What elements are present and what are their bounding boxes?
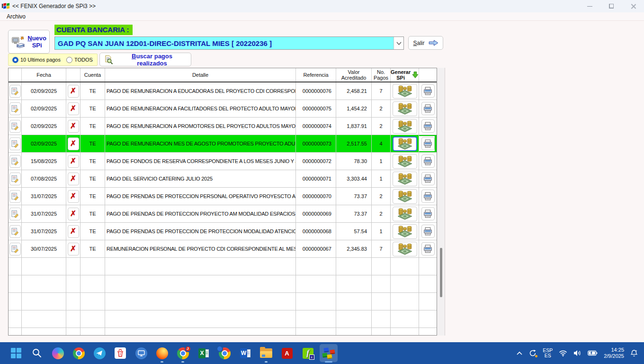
battery-button[interactable] [586,349,599,357]
empty-cell [22,328,66,336]
salir-button[interactable]: Salir [408,36,443,50]
volume-button[interactable] [572,348,583,358]
edit-row-button[interactable] [9,208,21,220]
print-row-button[interactable] [421,172,435,185]
print-row-button[interactable] [421,84,435,98]
delete-row-button[interactable]: ✗ [68,102,79,115]
taskbar-word-button[interactable]: W [235,342,256,364]
cuenta-cell: TE [80,223,105,240]
payments-table: Fecha Cuenta Detalle Referencia ValorAcr… [8,68,437,336]
empty-cell [9,293,22,310]
radio-ultimos-pagos[interactable]: 10 Ultimos pagos [12,57,61,63]
cuenta-bancaria-label: CUENTA BANCARIA : [54,25,133,35]
delete-row-button[interactable]: ✗ [68,225,79,238]
valor-cell: 78.30 [336,153,372,170]
table-scrollbar[interactable] [437,68,445,336]
generar-spi-button[interactable] [393,224,417,239]
scrollbar-thumb[interactable] [440,248,442,297]
wifi-button[interactable] [557,349,569,358]
taskbar-firefox-button[interactable] [152,342,172,364]
minimize-button[interactable] [579,0,600,12]
notifications-button[interactable] [629,348,639,358]
edit-row-button[interactable] [9,102,21,115]
taskbar-chrome-profile-button[interactable]: J [172,342,193,364]
nuevo-spi-button[interactable]: NuevoSPi [8,30,50,54]
print-row-button[interactable] [421,102,435,115]
edit-row-button[interactable] [9,190,21,203]
language-indicator[interactable]: ESPES [541,346,554,360]
delete-row-button[interactable]: ✗ [68,208,79,220]
start-button[interactable] [6,342,27,364]
taskbar-copilot-button[interactable] [47,342,68,364]
delete-row-button[interactable]: ✗ [68,120,79,133]
generar-spi-button[interactable] [393,119,417,134]
taskbar-search-button[interactable] [27,342,47,364]
print-row-button[interactable] [421,155,435,168]
generar-spi-button[interactable] [393,172,417,186]
delete-row-button[interactable]: ✗ [68,137,79,150]
print-row-button[interactable] [421,225,435,238]
close-button[interactable] [622,0,644,12]
taskbar-acrobat-button[interactable]: A [277,342,297,364]
generar-spi-button[interactable] [393,84,417,99]
clock[interactable]: 14:252/9/2025 [602,346,626,361]
taskbar-chrome-remote-button[interactable] [214,342,235,364]
empty-cell [419,293,437,310]
account-dropdown-button[interactable] [394,37,403,49]
tray-date: 2/9/2025 [604,353,624,359]
table-row: 02/09/2025 ✗ TE PAGO DE REMUNERACION A E… [9,82,437,100]
print-row-button[interactable] [421,207,435,220]
edit-row-button[interactable] [9,137,21,150]
tray-overflow-button[interactable] [515,350,524,357]
account-select[interactable]: GAD PQ SAN JUAN 12D01-DIREC-DISTRITAL MI… [54,36,404,50]
taskbar-file-explorer-button[interactable] [256,342,277,364]
print-row-button[interactable] [421,190,435,203]
delete-row-button[interactable]: ✗ [68,190,79,203]
radio-todos[interactable]: TODOS [66,57,93,63]
restore-button[interactable] [600,0,622,12]
edit-row-button[interactable] [9,120,21,133]
taskbar-telegram-button[interactable] [89,342,110,364]
referencia-cell: 0000000067 [296,240,336,258]
edit-row-button[interactable] [9,243,21,255]
detalle-cell: PAGO DE REMUNERACION A EDUCADORAS DEL PR… [105,82,296,100]
generar-spi-button[interactable] [393,154,417,169]
generar-spi-button[interactable] [393,101,417,116]
edit-row-button[interactable] [9,173,21,185]
menu-archivo[interactable]: Archivo [5,13,27,20]
taskbar-fenix-spi-active-button[interactable] [318,342,339,364]
menubar: Archivo [0,12,644,21]
generar-cell [391,100,419,118]
generar-spi-button[interactable] [393,136,417,151]
restore-icon [609,4,614,9]
taskbar-remote-desktop-button[interactable] [131,342,152,364]
edit-row-button[interactable] [9,155,21,168]
referencia-cell: 0000000068 [296,223,336,240]
tray-sync-button[interactable] [528,348,538,358]
generar-spi-button[interactable] [393,189,417,204]
taskbar-excel-button[interactable]: X [193,342,214,364]
printer-icon [423,245,432,253]
delete-row-button[interactable]: ✗ [68,85,79,98]
empty-cell [22,293,66,310]
edit-row-button[interactable] [9,85,21,98]
delete-row-button[interactable]: ✗ [68,173,79,185]
edit-row-button[interactable] [9,225,21,238]
generar-spi-button[interactable] [393,242,417,256]
taskbar-recycle-bin-button[interactable] [110,342,131,364]
print-row-button[interactable] [421,137,435,150]
generar-spi-button[interactable] [393,207,417,221]
taskbar-fenix-button[interactable]: fx [297,342,318,364]
delete-row-button[interactable]: ✗ [68,243,79,255]
printer-icon [423,104,432,113]
empty-cell [80,328,105,336]
detalle-cell: REMUNERACION PERSONAL DE PROYECTO CDI CO… [105,240,296,258]
delete-row-button[interactable]: ✗ [68,155,79,168]
print-row-button[interactable] [421,242,435,255]
printer-icon [423,209,432,218]
taskbar-chrome-button[interactable] [68,342,89,364]
chevron-up-icon [516,351,523,355]
generar-cell [391,82,419,100]
buscar-pagos-button[interactable]: Buscar pagos realizados [99,53,191,66]
print-row-button[interactable] [421,119,435,133]
